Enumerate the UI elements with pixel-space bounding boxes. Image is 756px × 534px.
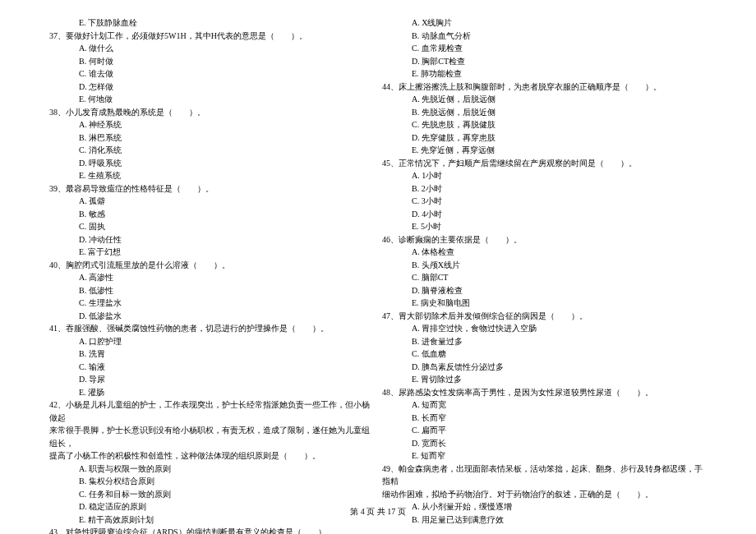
option-a: A. 神经系统	[49, 118, 374, 131]
option-d: D. 呼吸系统	[49, 157, 374, 170]
option-d: D. 先穿健肢，再穿患肢	[382, 131, 707, 145]
option-c: C. 谁去做	[49, 67, 374, 81]
option-a: A. 1小时	[382, 169, 707, 182]
option-d: D. 脑脊液检查	[382, 284, 707, 297]
option-c: C. 低血糖	[382, 348, 707, 361]
option-b: B. 先脱远侧，后脱近侧	[382, 106, 707, 119]
option-e: E. 富于幻想	[49, 246, 374, 259]
option-d: D. 宽而长	[382, 437, 707, 450]
question-42: 42、小杨是儿科儿童组的护士，工作表现突出，护士长经常指派她负责一些工作，但小杨…	[49, 398, 374, 424]
option-b: B. 2小时	[382, 182, 707, 196]
option-d: D. 胰岛素反馈性分泌过多	[382, 361, 707, 374]
left-column: E. 下肢静脉血栓 37、要做好计划工作，必须做好5W1H，其中H代表的意思是（…	[49, 16, 374, 534]
option-a: A. 胃排空过快，食物过快进入空肠	[382, 322, 707, 335]
option-b: B. 动脉血气分析	[382, 30, 707, 43]
right-column: A. X线胸片 B. 动脉血气分析 C. 血常规检查 D. 胸部CT检查 E. …	[382, 16, 707, 534]
option-b: B. 集权分权结合原则	[49, 475, 374, 488]
option-b: B. 淋巴系统	[49, 131, 374, 145]
option-c: C. 输液	[49, 361, 374, 374]
question-46: 46、诊断癫痫的主要依据是（ ）。	[382, 233, 707, 246]
option-d: D. 胸部CT检查	[382, 55, 707, 68]
question-40: 40、胸腔闭式引流瓶里放的是什么溶液（ ）。	[49, 259, 374, 272]
option-e: E. 何地做	[49, 93, 374, 106]
option-c: C. 消化系统	[49, 144, 374, 157]
option-a: A. 做什么	[49, 42, 374, 55]
question-42-cont: 提高了小杨工作的积极性和创造性，这种做法体现的组织原则是（ ）。	[49, 449, 374, 463]
option-d: D. 4小时	[382, 208, 707, 221]
question-38: 38、小儿发育成熟最晚的系统是（ ）。	[49, 106, 374, 119]
question-37: 37、要做好计划工作，必须做好5W1H，其中H代表的意思是（ ）。	[49, 30, 374, 43]
option-c: C. 任务和目标一致的原则	[49, 488, 374, 501]
option-a: A. 职责与权限一致的原则	[49, 463, 374, 476]
option-c: C. 脑部CT	[382, 271, 707, 284]
option-b: B. 头颅X线片	[382, 259, 707, 272]
option-d: D. 怎样做	[49, 81, 374, 94]
question-49: 49、帕金森病患者，出现面部表情呆板，活动笨拙，起床、翻身、步行及转身都迟缓，手…	[382, 463, 707, 488]
option-e: E. 先穿近侧，再穿远侧	[382, 144, 707, 157]
option-e: E. 下肢静脉血栓	[49, 16, 374, 30]
question-43: 43、对急性呼吸窘迫综合征（ARDS）的病情判断最有意义的检查是（ ）。	[49, 526, 374, 534]
option-b: B. 长而窄	[382, 412, 707, 425]
question-48: 48、尿路感染女性发病率高于男性，是因为女性尿道较男性尿道（ ）。	[382, 386, 707, 399]
question-47: 47、胃大部切除术后并发倾倒综合征的病因是（ ）。	[382, 310, 707, 323]
option-b: B. 进食量过多	[382, 335, 707, 348]
option-c: C. 血常规检查	[382, 42, 707, 55]
option-a: A. 体格检查	[382, 246, 707, 259]
question-41: 41、吞服强酸、强碱类腐蚀性药物的患者，切忌进行的护理操作是（ ）。	[49, 322, 374, 335]
option-e: E. 胃切除过多	[382, 373, 707, 386]
option-d: D. 冲动任性	[49, 233, 374, 246]
question-42-cont: 来常很手畏脚，护士长意识到没有给小杨职权，有责无权，造成了限制，遂任她为儿童组组…	[49, 424, 374, 449]
page-container: E. 下肢静脉血栓 37、要做好计划工作，必须做好5W1H，其中H代表的意思是（…	[0, 16, 756, 534]
option-e: E. 病史和脑电图	[382, 297, 707, 310]
option-e: E. 短而窄	[382, 449, 707, 463]
option-d: D. 导尿	[49, 373, 374, 386]
question-45: 45、正常情况下，产妇顺产后需继续留在产房观察的时间是（ ）。	[382, 157, 707, 170]
option-e: E. 肺功能检查	[382, 67, 707, 81]
option-c: C. 扁而平	[382, 424, 707, 437]
option-a: A. 口腔护理	[49, 335, 374, 348]
question-44: 44、床上擦浴擦洗上肢和胸腹部时，为患者脱穿衣服的正确顺序是（ ）。	[382, 81, 707, 94]
option-e: E. 5小时	[382, 220, 707, 233]
option-b: B. 洗胃	[49, 348, 374, 361]
option-c: C. 先脱患肢，再脱健肢	[382, 118, 707, 131]
option-e: E. 灌肠	[49, 386, 374, 399]
option-a: A. X线胸片	[382, 16, 707, 30]
option-b: B. 低渗性	[49, 284, 374, 297]
option-a: A. 先脱近侧，后脱远侧	[382, 93, 707, 106]
option-a: A. 孤僻	[49, 195, 374, 208]
option-c: C. 生理盐水	[49, 297, 374, 310]
option-c: C. 固执	[49, 220, 374, 233]
option-b: B. 敏感	[49, 208, 374, 221]
option-d: D. 低渗盐水	[49, 310, 374, 323]
option-e: E. 生殖系统	[49, 169, 374, 182]
option-b: B. 何时做	[49, 55, 374, 68]
option-a: A. 短而宽	[382, 398, 707, 412]
option-c: C. 3小时	[382, 195, 707, 208]
page-footer: 第 4 页 共 17 页	[0, 506, 756, 518]
question-49-cont: 细动作困难，拟给予药物治疗。对于药物治疗的叙述，正确的是（ ）。	[382, 488, 707, 501]
option-a: A. 高渗性	[49, 271, 374, 284]
question-39: 39、最容易导致癔症的性格特征是（ ）。	[49, 182, 374, 196]
